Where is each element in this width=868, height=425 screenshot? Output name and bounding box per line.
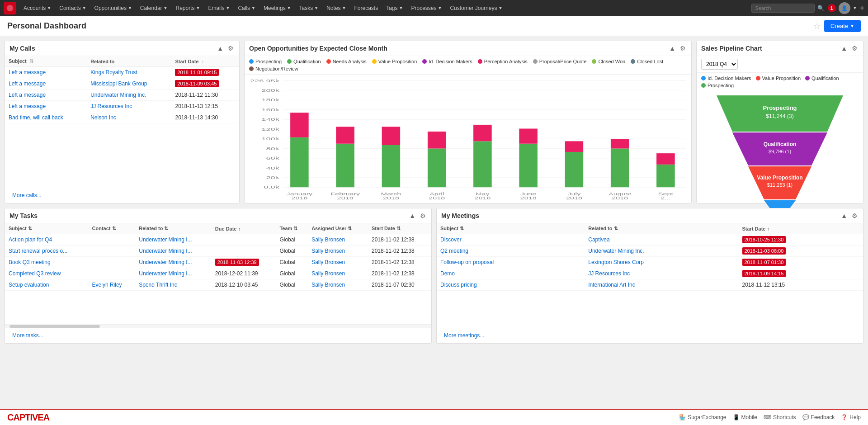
call-subject-link[interactable]: Bad time, will call back xyxy=(9,114,63,121)
tasks-scrollbar-thumb[interactable] xyxy=(9,325,100,328)
meeting-subject-link[interactable]: Discuss pricing xyxy=(440,282,477,288)
svg-text:2...: 2... xyxy=(660,196,671,199)
meeting-related-link[interactable]: Captivea xyxy=(588,236,609,243)
task-assigned-link[interactable]: Sally Bronsen xyxy=(311,270,345,277)
call-related-link[interactable]: JJ Resources Inc xyxy=(90,103,132,109)
call-related-link[interactable]: Kings Royalty Trust xyxy=(90,69,137,76)
meeting-related-link[interactable]: International Art Inc xyxy=(588,282,635,288)
more-meetings-link[interactable]: More meetings... xyxy=(440,330,488,341)
call-subject-link[interactable]: Left a message xyxy=(9,92,46,98)
calls-col-subject[interactable]: Subject ⇅ xyxy=(5,56,87,67)
open-opps-settings-btn[interactable]: ⚙ xyxy=(679,45,687,52)
create-button[interactable]: Create ▼ xyxy=(824,20,861,32)
user-area: 1 👤 ▼ + xyxy=(828,2,864,14)
nav-notes-arrow: ▼ xyxy=(342,6,346,10)
legend-label: Closed Lost xyxy=(637,59,663,64)
meeting-related-link[interactable]: Lexington Shores Corp xyxy=(588,259,644,265)
meeting-subject-link[interactable]: Demo xyxy=(440,270,455,277)
task-duedate: 2018-11-03 12:39 xyxy=(215,259,259,266)
call-related-link[interactable]: Nelson Inc xyxy=(90,114,116,121)
my-calls-collapse-btn[interactable]: ▲ xyxy=(216,45,224,52)
app-logo[interactable] xyxy=(4,2,16,14)
legend-label: Prospecting xyxy=(255,59,282,64)
nav-forecasts[interactable]: Forecasts xyxy=(350,3,382,13)
task-assigned-link[interactable]: Sally Bronsen xyxy=(311,282,345,288)
nav-accounts[interactable]: Accounts▼ xyxy=(20,3,55,13)
tasks-col-startdate[interactable]: Start Date ⇅ xyxy=(368,223,431,234)
search-input[interactable] xyxy=(751,4,815,13)
meeting-subject-link[interactable]: Discover xyxy=(440,236,462,243)
task-assigned-link[interactable]: Sally Bronsen xyxy=(311,259,345,265)
nav-calendar[interactable]: Calendar▼ xyxy=(137,3,171,13)
calls-col-related[interactable]: Related to xyxy=(87,56,171,67)
nav-reports[interactable]: Reports▼ xyxy=(172,3,203,13)
my-meetings-collapse-btn[interactable]: ▲ xyxy=(840,212,848,219)
meeting-subject-link[interactable]: Follow-up on proposal xyxy=(440,259,494,265)
nav-contacts[interactable]: Contacts▼ xyxy=(56,3,90,13)
task-related-link[interactable]: Spend Thrift Inc xyxy=(139,282,177,288)
task-assigned-link[interactable]: Sally Bronsen xyxy=(311,248,345,254)
nav-add-icon[interactable]: + xyxy=(859,4,864,13)
task-related-link[interactable]: Underwater Mining I... xyxy=(139,259,192,265)
task-subject-link[interactable]: Setup evaluation xyxy=(9,282,49,288)
search-icon[interactable]: 🔍 xyxy=(817,5,824,11)
meetings-col-date[interactable]: Start Date ↑ xyxy=(739,223,863,234)
tasks-duedate-sort: ↑ xyxy=(238,226,241,231)
nav-tags[interactable]: Tags▼ xyxy=(382,3,406,13)
tasks-col-duedate[interactable]: Due Date ↑ xyxy=(212,223,276,234)
svg-rect-35 xyxy=(519,144,538,187)
tasks-col-assigned[interactable]: Assigned User ⇅ xyxy=(308,223,368,234)
nav-calls[interactable]: Calls▼ xyxy=(234,3,259,13)
meetings-col-subject[interactable]: Subject ⇅ xyxy=(437,223,585,234)
nav-tasks[interactable]: Tasks▼ xyxy=(296,3,322,13)
my-meetings-controls: ▲ ⚙ xyxy=(840,212,859,219)
meeting-related-link[interactable]: JJ Resources Inc xyxy=(588,270,630,277)
tasks-col-related[interactable]: Related to ⇅ xyxy=(135,223,212,234)
my-calls-controls: ▲ ⚙ xyxy=(216,45,235,52)
call-related-link[interactable]: Mississippi Bank Group xyxy=(90,80,147,87)
task-assigned-link[interactable]: Sally Bronsen xyxy=(311,236,345,243)
nav-processes[interactable]: Processes▼ xyxy=(407,3,445,13)
my-tasks-collapse-btn[interactable]: ▲ xyxy=(408,212,416,219)
call-subject-link[interactable]: Left a message xyxy=(9,80,46,87)
nav-customer-journeys[interactable]: Customer Journeys▼ xyxy=(446,3,506,13)
sales-pipeline-settings-btn[interactable]: ⚙ xyxy=(851,45,859,52)
task-contact-link[interactable]: Evelyn Riley xyxy=(92,282,122,288)
nav-meetings[interactable]: Meetings▼ xyxy=(260,3,295,13)
nav-emails[interactable]: Emails▼ xyxy=(204,3,233,13)
call-related-link[interactable]: Underwater Mining Inc. xyxy=(90,92,146,98)
nav-notes[interactable]: Notes▼ xyxy=(323,3,349,13)
tasks-table-row: Book Q3 meeting Underwater Mining I... 2… xyxy=(5,257,431,268)
task-related-link[interactable]: Underwater Mining I... xyxy=(139,236,192,243)
meetings-col-related[interactable]: Related to ⇅ xyxy=(585,223,738,234)
more-calls-link[interactable]: More calls... xyxy=(9,189,45,201)
nav-opportunities[interactable]: Opportunities▼ xyxy=(91,3,136,13)
search-area: 🔍 xyxy=(751,4,824,13)
quarter-select[interactable]: 2018 Q4 xyxy=(701,59,738,70)
call-subject-link[interactable]: Left a message xyxy=(9,103,46,109)
task-related-link[interactable]: Underwater Mining I... xyxy=(139,270,192,277)
task-related-link[interactable]: Underwater Mining I... xyxy=(139,248,192,254)
task-subject-link[interactable]: Action plan for Q4 xyxy=(9,236,52,243)
my-calls-settings-btn[interactable]: ⚙ xyxy=(227,45,235,52)
favorite-icon[interactable]: ☆ xyxy=(813,21,821,31)
tasks-col-contact[interactable]: Contact ⇅ xyxy=(89,223,136,234)
my-meetings-settings-btn[interactable]: ⚙ xyxy=(851,212,859,219)
tasks-scrollbar[interactable] xyxy=(5,324,431,328)
user-avatar[interactable]: 👤 xyxy=(839,2,850,14)
my-tasks-settings-btn[interactable]: ⚙ xyxy=(419,212,427,219)
sales-pipeline-collapse-btn[interactable]: ▲ xyxy=(840,45,848,52)
task-subject-link[interactable]: Book Q3 meeting xyxy=(9,259,51,265)
tasks-col-team[interactable]: Team ⇅ xyxy=(276,223,308,234)
meeting-subject-link[interactable]: Q2 meeting xyxy=(440,248,468,254)
meeting-related-link[interactable]: Underwater Mining Inc. xyxy=(588,248,644,254)
more-tasks-link[interactable]: More tasks... xyxy=(9,330,47,341)
task-subject-link[interactable]: Start renewal proces o... xyxy=(9,248,67,254)
notification-badge[interactable]: 1 xyxy=(828,4,836,12)
tasks-col-subject[interactable]: Subject ⇅ xyxy=(5,223,89,234)
task-subject-link[interactable]: Completed Q3 review xyxy=(9,270,61,277)
open-opps-collapse-btn[interactable]: ▲ xyxy=(668,45,676,52)
user-dropdown-arrow[interactable]: ▼ xyxy=(853,6,857,10)
call-subject-link[interactable]: Left a message xyxy=(9,69,46,76)
calls-col-date[interactable]: Start Date ↑ xyxy=(171,56,239,67)
